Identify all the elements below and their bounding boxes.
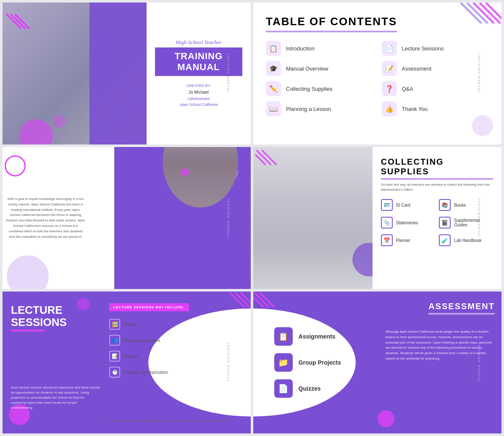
toc-icon-introduction: 📋	[266, 41, 281, 56]
slide4-vertical: TRAINING MANUAL	[478, 198, 480, 238]
lecture-dot	[77, 298, 89, 310]
lecture-title-line2: SESSIONS	[11, 316, 67, 328]
lecture-title: LECTURE SESSIONS	[11, 304, 67, 331]
slide-cover: High School Teacher TRAINING MANUAL CREA…	[3, 3, 251, 144]
slide1-vertical: TRAINING MANUAL	[227, 54, 230, 94]
author-school: Apex School California	[179, 102, 218, 107]
supply-idcard: 🪪 ID Card	[381, 199, 435, 211]
supply-icon-books: 📚	[439, 199, 451, 211]
toc-item-supplies: ✏️ Collecting Supplies	[266, 81, 373, 96]
lecture-icon-summary: ⏱️	[109, 367, 120, 378]
supply-icon-idcard: 🪪	[381, 199, 393, 211]
toc-label-thankyou: Thank You	[402, 106, 428, 112]
assess-icons-area: 📋 Assignments 📁 Group Projects 📄 Quizzes	[266, 327, 385, 398]
toc-grid: 📋 Introduction 📄 Lecture Sessions 🎓 Manu…	[266, 41, 489, 116]
slide6-vertical: TRAINING MANUAL	[478, 343, 480, 383]
toc-title: TABLE OF CONTENTS	[266, 15, 397, 32]
supply-label-planner: Planner	[396, 238, 410, 243]
assess-icon-assignments: 📋	[274, 327, 293, 346]
lecture-item-summary: ⏱️ 2 minute summarization	[109, 367, 234, 378]
supply-label-supplemental: Supplemental Guides	[454, 218, 493, 227]
slide5-vertical: TRAINING MANUAL	[227, 343, 230, 383]
lecture-item-groupwork: 👥 On spot group work	[109, 335, 234, 346]
assess-label-groupprojects: Group Projects	[299, 359, 341, 366]
toc-label-supplies: Collecting Supplies	[286, 86, 333, 92]
supplies-subtitle: On their first day, all teachers are adv…	[381, 182, 493, 192]
toc-icon-lesson: 📖	[266, 101, 281, 116]
lecture-label-groupwork: On spot group work	[123, 338, 160, 343]
slide2-vertical: TRAINING MANUAL	[478, 54, 480, 94]
presentation-grid: High School Teacher TRAINING MANUAL CREA…	[0, 0, 504, 436]
lecture-item-quizzes: 📝 Quizzes	[109, 351, 234, 362]
toc-icon-lecture: 📄	[382, 41, 397, 56]
slide-assessment: 📋 Assignments 📁 Group Projects 📄 Quizzes…	[253, 292, 501, 433]
created-label: CREATED BY:	[186, 84, 211, 88]
toc-icon-qa: ❓	[382, 81, 397, 96]
slide-lecture: LECTURE SESSIONS Each lecture session sh…	[3, 292, 251, 433]
slide3-vertical: TRAINING MANUAL	[227, 198, 230, 238]
assess-item-quizzes: 📄 Quizzes	[274, 379, 321, 398]
toc-item-lesson: 📖 Planning a Lesson	[266, 101, 373, 116]
slide-introduction: INTRODUCTION With a goal to impart knowl…	[3, 147, 251, 289]
toc-label-lesson: Planning a Lesson	[286, 106, 331, 112]
supply-label-idcard: ID Card	[396, 203, 410, 207]
assess-item-groupprojects: 📁 Group Projects	[274, 353, 341, 372]
lecture-subtitle: Each lecture session should be interacti…	[11, 385, 100, 410]
toc-item-thankyou: 👍 Thank You	[382, 101, 489, 116]
toc-label-overview: Manual Overview	[286, 66, 328, 72]
supply-icon-planner: 📅	[381, 234, 393, 246]
cover-credits: CREATED BY: Jo Michael Administrator Ape…	[179, 83, 218, 108]
toc-item-assessment: 📝 Assessment	[382, 61, 489, 76]
slide-supplies: COLLECTING SUPPLIES On their first day, …	[253, 147, 501, 289]
assess-stripes	[253, 292, 287, 321]
lecture-label-quizzes: Quizzes	[123, 354, 139, 359]
supply-supplemental: 📓 Supplemental Guides	[439, 217, 493, 229]
toc-deco-stripes	[447, 3, 501, 49]
intro-dot	[181, 168, 189, 176]
toc-item-introduction: 📋 Introduction	[266, 41, 373, 56]
toc-label-qa: Q&A	[402, 86, 413, 92]
supply-label-stationeries: Stationeries	[396, 221, 418, 225]
toc-icon-supplies: ✏️	[266, 81, 281, 96]
supplies-content: COLLECTING SUPPLIES On their first day, …	[373, 147, 501, 289]
intro-text: With a goal to impart knowledge thorough…	[6, 197, 85, 239]
supply-icon-stationeries: 📎	[381, 217, 393, 229]
lecture-list: 🖼️ Visuals 👥 On spot group work 📝 Quizze…	[109, 319, 234, 383]
lecture-icon-quizzes: 📝	[109, 351, 120, 362]
toc-label-introduction: Introduction	[286, 45, 315, 52]
supplies-photo-area	[253, 147, 378, 289]
cover-subtitle: High School Teacher	[176, 39, 221, 46]
lecture-panel-label: LECTURE SESSIONS MAY INCLUDE:	[109, 303, 189, 311]
author-name: Jo Michael	[189, 90, 209, 95]
lecture-label-visuals: Visuals	[123, 322, 137, 327]
toc-icon-assessment: 📝	[382, 61, 397, 76]
toc-icon-thankyou: 👍	[382, 101, 397, 116]
lecture-item-visuals: 🖼️ Visuals	[109, 319, 234, 330]
intro-circle-outline	[5, 155, 26, 176]
toc-item-qa: ❓ Q&A	[382, 81, 489, 96]
lecture-icon-groupwork: 👥	[109, 335, 120, 346]
assess-title: ASSESSMENT	[428, 302, 495, 315]
author-role: Administrator	[187, 97, 210, 101]
supplies-title: COLLECTING SUPPLIES	[381, 157, 493, 180]
supply-labhandbook: 🧪 Lab Handbook	[439, 234, 493, 246]
supply-label-labhandbook: Lab Handbook	[454, 238, 481, 243]
lecture-label-summary: 2 minute summarization	[123, 370, 168, 375]
lecture-icon-visuals: 🖼️	[109, 319, 120, 330]
toc-icon-overview: 🎓	[266, 61, 281, 76]
assess-circle	[378, 410, 394, 427]
supply-books: 📚 Books	[439, 199, 493, 211]
assess-icon-quizzes: 📄	[274, 379, 293, 398]
lecture-title-line1: LECTURE	[11, 304, 63, 316]
deco-circle-2	[53, 115, 66, 128]
toc-item-overview: 🎓 Manual Overview	[266, 61, 373, 76]
toc-label-assessment: Assessment	[402, 66, 432, 72]
slide-toc: TABLE OF CONTENTS 📋 Introduction 📄 Lectu…	[253, 3, 501, 144]
supply-stationeries: 📎 Stationeries	[381, 217, 435, 229]
assess-label-assignments: Assignments	[299, 333, 336, 340]
supply-planner: 📅 Planner	[381, 234, 435, 246]
assess-item-assignments: 📋 Assignments	[274, 327, 336, 346]
supply-label-books: Books	[454, 203, 466, 207]
assess-label-quizzes: Quizzes	[299, 385, 321, 392]
toc-deco-circle	[472, 115, 493, 136]
